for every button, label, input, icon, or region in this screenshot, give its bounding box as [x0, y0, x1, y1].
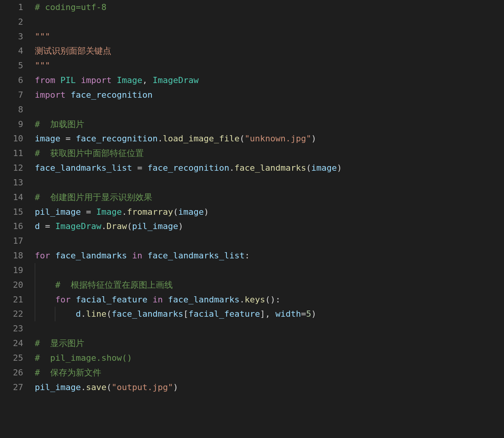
token [112, 75, 117, 85]
token: pil_image [35, 382, 81, 392]
token: . [122, 207, 127, 217]
line-number: 20 [0, 278, 23, 292]
code-line[interactable] [35, 321, 504, 336]
token: ( [106, 309, 111, 319]
token: ( [306, 163, 311, 173]
token: ], [260, 309, 276, 319]
token: . [158, 134, 163, 143]
line-number: 8 [0, 102, 23, 117]
line-number: 14 [0, 190, 23, 205]
token: load_image_file [163, 134, 240, 143]
code-line[interactable]: face_landmarks_list = face_recognition.f… [35, 161, 504, 175]
token: face_landmarks [55, 251, 127, 260]
token [76, 75, 81, 85]
code-line[interactable]: """ [35, 58, 504, 73]
code-line[interactable]: # 加载图片 [35, 117, 504, 132]
token: ) [311, 309, 316, 319]
token: [ [183, 309, 188, 319]
token: ( [240, 134, 245, 143]
code-line[interactable]: """ [35, 29, 504, 44]
token: Draw [106, 221, 127, 231]
line-number: 23 [0, 321, 23, 336]
code-line[interactable] [35, 175, 504, 190]
token: image [311, 163, 337, 173]
token: d [35, 221, 40, 231]
token: # 获取图片中面部特征位置 [35, 148, 144, 158]
token: line [86, 309, 106, 319]
token: pil_image [132, 221, 178, 231]
indent-guide [35, 292, 35, 307]
token: ImageDraw [55, 221, 101, 231]
code-line[interactable]: for face_landmarks in face_landmarks_lis… [35, 248, 504, 263]
line-number: 17 [0, 234, 23, 248]
code-line[interactable]: pil_image = Image.fromarray(image) [35, 205, 504, 219]
line-number: 22 [0, 307, 23, 321]
code-editor[interactable]: 1234567891011121314151617181920212223242… [0, 0, 504, 394]
line-number: 12 [0, 161, 23, 175]
code-line[interactable]: # 根据特征位置在原图上画线 [35, 278, 504, 292]
code-line[interactable] [35, 263, 504, 278]
code-line[interactable]: 测试识别面部关键点 [35, 44, 504, 58]
token: for [35, 251, 50, 260]
code-line[interactable]: pil_image.save("output.jpg") [35, 380, 504, 395]
token: d [76, 309, 81, 319]
code-line[interactable]: # 获取图片中面部特征位置 [35, 146, 504, 161]
token: ) [311, 134, 316, 143]
code-line[interactable]: import face_recognition [35, 88, 504, 102]
indent-guide [35, 278, 35, 292]
token [65, 90, 70, 100]
code-line[interactable]: for facial_feature in face_landmarks.key… [35, 292, 504, 307]
token: ) [178, 221, 183, 231]
code-line[interactable]: # 保存为新文件 [35, 365, 504, 380]
token: . [101, 221, 106, 231]
token: : [245, 251, 250, 260]
code-line[interactable]: d = ImageDraw.Draw(pil_image) [35, 219, 504, 234]
code-line[interactable]: # 显示图片 [35, 336, 504, 351]
code-content[interactable]: # coding=utf-8 """测试识别面部关键点"""from PIL i… [35, 0, 504, 394]
token: # pil_image.show() [35, 353, 132, 363]
token: face_landmarks_list [147, 251, 245, 260]
code-line[interactable]: d.line(face_landmarks[facial_feature], w… [35, 307, 504, 321]
line-number: 26 [0, 365, 23, 380]
token: # 保存为新文件 [35, 368, 101, 377]
token: = [40, 221, 55, 231]
token: . [81, 382, 86, 392]
token: "unknown.jpg" [245, 134, 311, 143]
token: import [35, 90, 65, 100]
token: # 显示图片 [35, 338, 84, 348]
code-line[interactable] [35, 234, 504, 248]
line-number: 18 [0, 248, 23, 263]
code-line[interactable] [35, 15, 504, 29]
line-number: 21 [0, 292, 23, 307]
token: # 根据特征位置在原图上画线 [55, 280, 173, 290]
code-line[interactable]: # coding=utf-8 [35, 0, 504, 15]
line-number: 5 [0, 58, 23, 73]
token: image [35, 134, 60, 143]
code-line[interactable]: # pil_image.show() [35, 351, 504, 365]
token [147, 295, 152, 304]
code-line[interactable]: from PIL import Image, ImageDraw [35, 73, 504, 88]
code-line[interactable]: image = face_recognition.load_image_file… [35, 131, 504, 146]
token: ( [106, 382, 111, 392]
line-number: 9 [0, 117, 23, 132]
code-line[interactable] [35, 102, 504, 117]
token: face_recognition [76, 134, 158, 143]
token: face_landmarks [168, 295, 239, 304]
token [35, 295, 55, 304]
indent-guide [35, 263, 35, 278]
token: = [301, 309, 306, 319]
line-number: 11 [0, 146, 23, 161]
line-number: 1 [0, 0, 23, 15]
token: . [240, 295, 245, 304]
token [35, 280, 55, 290]
token: facial_feature [188, 309, 260, 319]
code-line[interactable]: # 创建图片用于显示识别效果 [35, 190, 504, 205]
line-number: 10 [0, 131, 23, 146]
token: # 加载图片 [35, 119, 84, 129]
token: image [178, 207, 204, 217]
token: ) [173, 382, 178, 392]
token: face_landmarks [112, 309, 183, 319]
token: = [132, 163, 148, 173]
token: ImageDraw [153, 75, 199, 85]
token [142, 251, 147, 260]
